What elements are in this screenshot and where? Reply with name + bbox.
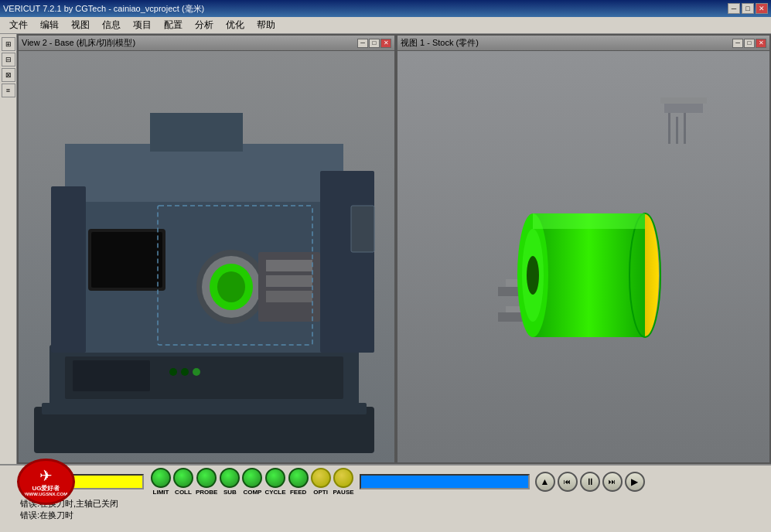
close-button[interactable]: ✕ — [756, 3, 768, 14]
svg-rect-31 — [684, 113, 686, 144]
status-bar: LIMIT COLL PROBE SUB COMP CYCLE FEED OP — [0, 464, 771, 532]
nav-pause-button[interactable]: ⏸ — [580, 472, 600, 492]
cycle-circle — [265, 468, 285, 488]
view-left-title: View 2 - Base (机床/切削模型) — [22, 37, 135, 49]
view-right-titlebar: 视图 1 - Stock (零件) ─ □ ✕ — [397, 36, 769, 51]
nav-play-button[interactable]: ▶ — [625, 472, 645, 492]
view-right-title: 视图 1 - Stock (零件) — [401, 37, 479, 49]
svg-rect-37 — [533, 213, 645, 337]
view-right-min[interactable]: ─ — [732, 39, 743, 48]
title-bar-buttons: ─ □ ✕ — [728, 3, 768, 14]
status-text-area: 错误:在换刀时,主轴已关闭 错误:在换刀时 — [0, 496, 771, 523]
menu-file[interactable]: 文件 — [3, 17, 34, 33]
comp-label: COMP — [243, 489, 261, 496]
view-left-min[interactable]: ─ — [357, 39, 368, 48]
svg-rect-27 — [660, 97, 707, 104]
menu-help[interactable]: 帮助 — [251, 17, 281, 33]
menu-edit[interactable]: 编辑 — [34, 17, 65, 33]
title-bar: VERICUT 7.2.1 by CGTech - cainiao_vcproj… — [0, 0, 771, 17]
nav-up-button[interactable]: ▲ — [535, 472, 555, 492]
maximize-button[interactable]: □ — [742, 3, 754, 14]
right-viewport[interactable] — [397, 51, 769, 462]
svg-rect-7 — [320, 171, 374, 353]
view-left-close[interactable]: ✕ — [380, 39, 391, 48]
nav-next-button[interactable]: ⏭ — [602, 472, 623, 492]
view-left-titlebar: View 2 - Base (机床/切削模型) ─ □ ✕ — [19, 36, 394, 51]
view-panel-right: 视图 1 - Stock (零件) ─ □ ✕ — [396, 34, 771, 464]
menu-analysis[interactable]: 分析 — [189, 17, 220, 33]
svg-rect-10 — [91, 232, 162, 288]
logo-circle: ✈ UG爱好者 WWW.UGSNX.COM — [17, 459, 75, 505]
feed-button[interactable]: FEED — [288, 468, 309, 496]
svg-point-41 — [527, 256, 539, 295]
svg-rect-25 — [351, 206, 374, 252]
menu-config[interactable]: 配置 — [158, 17, 189, 33]
svg-rect-30 — [676, 117, 678, 144]
opti-button[interactable]: OPTI — [311, 468, 331, 496]
limit-label: LIMIT — [153, 489, 169, 496]
view-right-close[interactable]: ✕ — [756, 39, 766, 48]
menu-bar: 文件 编辑 视图 信息 项目 配置 分析 优化 帮助 — [0, 17, 771, 34]
feed-label: FEED — [290, 489, 306, 496]
workspace: View 2 - Base (机床/切削模型) ─ □ ✕ — [17, 34, 771, 464]
opti-circle — [311, 468, 331, 488]
view-right-max[interactable]: □ — [744, 39, 755, 48]
cycle-label: CYCLE — [264, 489, 285, 496]
comp-button[interactable]: COMP — [242, 468, 262, 496]
machine-svg — [19, 51, 394, 462]
status-line-1: 错误:在换刀时,主轴已关闭 — [20, 498, 768, 510]
opti-label: OPTI — [313, 489, 328, 496]
svg-rect-17 — [266, 275, 312, 287]
feed-circle — [288, 468, 309, 488]
sub-circle — [220, 468, 240, 488]
menu-view[interactable]: 视图 — [65, 17, 96, 33]
tool-btn-1[interactable]: ⊞ — [2, 37, 15, 51]
limit-button[interactable]: LIMIT — [151, 468, 171, 496]
svg-point-24 — [193, 368, 200, 376]
svg-rect-29 — [668, 113, 670, 144]
menu-optimize[interactable]: 优化 — [220, 17, 251, 33]
comp-circle — [242, 468, 262, 488]
probe-label: PROBE — [196, 489, 217, 496]
menu-project[interactable]: 项目 — [127, 17, 158, 33]
svg-rect-6 — [150, 113, 243, 152]
blue-progress-bar — [360, 474, 530, 489]
probe-circle — [196, 468, 217, 488]
view-left-max[interactable]: □ — [369, 39, 380, 48]
coll-circle — [173, 468, 193, 488]
svg-rect-28 — [664, 104, 703, 113]
svg-rect-16 — [266, 260, 312, 271]
view-left-buttons: ─ □ ✕ — [357, 39, 391, 48]
left-viewport[interactable] — [19, 51, 394, 462]
view-right-buttons: ─ □ ✕ — [732, 39, 766, 48]
sub-label: SUB — [223, 489, 237, 496]
tool-btn-4[interactable]: ≡ — [2, 84, 15, 97]
svg-rect-5 — [65, 144, 343, 202]
left-toolbar: ⊞ ⊟ ⊠ ≡ — [0, 34, 17, 467]
status-line-2: 错误:在换刀时 — [20, 510, 768, 521]
limit-circle — [151, 468, 171, 488]
logo-text: UG爱好者 WWW.UGSNX.COM — [25, 485, 67, 498]
probe-button[interactable]: PROBE — [196, 468, 217, 496]
tool-btn-3[interactable]: ⊠ — [2, 68, 15, 82]
svg-point-14 — [217, 271, 245, 302]
minimize-button[interactable]: ─ — [728, 3, 740, 14]
svg-point-23 — [181, 368, 189, 376]
cycle-button[interactable]: CYCLE — [264, 468, 285, 496]
tool-btn-2[interactable]: ⊟ — [2, 53, 15, 66]
menu-info[interactable]: 信息 — [96, 17, 127, 33]
svg-point-22 — [169, 368, 177, 376]
svg-rect-8 — [51, 186, 86, 353]
stock-svg — [397, 51, 769, 462]
svg-rect-21 — [73, 360, 150, 391]
coll-label: COLL — [175, 489, 192, 496]
nav-prev-button[interactable]: ⏮ — [558, 472, 578, 492]
pause-circle — [333, 468, 353, 488]
view-panel-left: View 2 - Base (机床/切削模型) ─ □ ✕ — [17, 34, 396, 464]
coll-button[interactable]: COLL — [173, 468, 193, 496]
svg-rect-18 — [266, 291, 312, 302]
pause-label: PAUSE — [333, 489, 354, 496]
pause-button[interactable]: PAUSE — [333, 468, 354, 496]
sub-button[interactable]: SUB — [220, 468, 240, 496]
app-title: VERICUT 7.2.1 by CGTech - cainiao_vcproj… — [3, 3, 204, 15]
